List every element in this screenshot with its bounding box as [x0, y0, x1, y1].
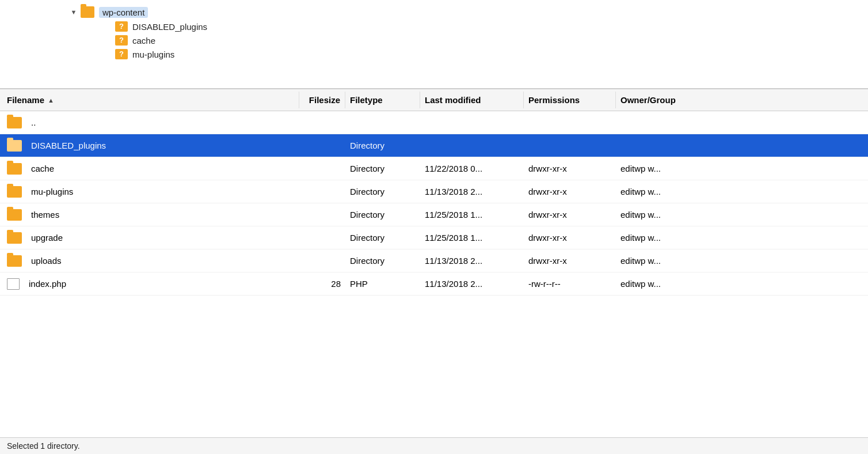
- row-name-6: uploads: [31, 256, 62, 266]
- file-list-header: Filename ▲ Filesize Filetype Last modifi…: [0, 89, 868, 111]
- row-filetype-2: Directory: [345, 160, 420, 177]
- tree-child-item-0[interactable]: ? DISABLED_plugins: [0, 20, 868, 33]
- file-panel: Filename ▲ Filesize Filetype Last modifi…: [0, 89, 868, 454]
- row-owner-3: editwp w...: [616, 183, 868, 200]
- row-filesize-3: [299, 188, 345, 195]
- row-permissions-7: -rw-r--r--: [524, 275, 616, 292]
- row-filename-2: cache: [0, 160, 299, 178]
- row-permissions-3: drwxr-xr-x: [524, 183, 616, 200]
- row-lastmod-2: 11/22/2018 0...: [420, 160, 524, 177]
- tree-arrow-icon: ▼: [69, 7, 78, 17]
- file-row-0[interactable]: ..: [0, 111, 868, 134]
- row-permissions-6: drwxr-xr-x: [524, 252, 616, 269]
- tree-question-icon-2: ?: [115, 49, 128, 59]
- status-text: Selected 1 directory.: [7, 441, 80, 451]
- tree-child-item-1[interactable]: ? cache: [0, 33, 868, 47]
- sort-arrow-icon: ▲: [48, 97, 54, 104]
- row-filesize-6: [299, 258, 345, 264]
- header-owner[interactable]: Owner/Group: [616, 92, 868, 108]
- row-name-1: DISABLED_plugins: [31, 141, 106, 150]
- row-permissions-5: drwxr-xr-x: [524, 229, 616, 246]
- tree-question-icon-0: ?: [115, 21, 128, 32]
- file-row-4[interactable]: themes Directory 11/25/2018 1... drwxr-x…: [0, 203, 868, 226]
- row-lastmod-5: 11/25/2018 1...: [420, 229, 524, 246]
- row-owner-4: editwp w...: [616, 206, 868, 223]
- row-filesize-0: [299, 119, 345, 126]
- row-name-4: themes: [31, 210, 59, 220]
- folder-icon: [7, 163, 22, 175]
- row-name-0: ..: [31, 118, 36, 127]
- row-owner-2: editwp w...: [616, 160, 868, 177]
- header-filesize[interactable]: Filesize: [299, 92, 345, 108]
- file-rows-container: .. DISABLED_plugins: [0, 111, 868, 437]
- row-filename-4: themes: [0, 206, 299, 224]
- row-filename-5: upgrade: [0, 229, 299, 247]
- header-filename[interactable]: Filename ▲: [0, 92, 299, 108]
- row-permissions-2: drwxr-xr-x: [524, 160, 616, 177]
- row-permissions-1: [524, 142, 616, 149]
- folder-icon: [7, 140, 22, 152]
- row-owner-0: [616, 119, 868, 126]
- row-filetype-3: Directory: [345, 183, 420, 200]
- status-bar: Selected 1 directory.: [0, 437, 868, 454]
- tree-question-icon-1: ?: [115, 35, 128, 46]
- row-filename-1: DISABLED_plugins: [0, 137, 299, 155]
- row-name-2: cache: [31, 164, 54, 173]
- row-filename-0: ..: [0, 114, 299, 132]
- row-filesize-5: [299, 234, 345, 241]
- file-row-5[interactable]: upgrade Directory 11/25/2018 1... drwxr-…: [0, 226, 868, 249]
- tree-child-item-2[interactable]: ? mu-plugins: [0, 47, 868, 61]
- row-filetype-5: Directory: [345, 229, 420, 246]
- row-permissions-4: drwxr-xr-x: [524, 206, 616, 223]
- tree-root-label: wp-content: [99, 7, 148, 18]
- file-icon: [7, 278, 20, 290]
- tree-child-label-1: cache: [132, 36, 155, 46]
- file-row-3[interactable]: mu-plugins Directory 11/13/2018 2... drw…: [0, 180, 868, 203]
- row-name-3: mu-plugins: [31, 187, 73, 196]
- row-filetype-1: Directory: [345, 137, 420, 154]
- row-lastmod-0: [420, 119, 524, 126]
- file-row-2[interactable]: cache Directory 11/22/2018 0... drwxr-xr…: [0, 157, 868, 180]
- row-owner-5: editwp w...: [616, 229, 868, 246]
- row-filesize-4: [299, 211, 345, 218]
- row-lastmod-1: [420, 142, 524, 149]
- row-filename-6: uploads: [0, 252, 299, 270]
- row-lastmod-6: 11/13/2018 2...: [420, 252, 524, 269]
- header-filetype[interactable]: Filetype: [345, 92, 420, 108]
- file-row-6[interactable]: uploads Directory 11/13/2018 2... drwxr-…: [0, 249, 868, 273]
- row-name-5: upgrade: [31, 233, 63, 243]
- tree-child-label-2: mu-plugins: [132, 50, 174, 59]
- row-filesize-2: [299, 165, 345, 172]
- folder-icon: [7, 255, 22, 267]
- tree-child-label-0: DISABLED_plugins: [132, 22, 207, 32]
- row-filetype-7: PHP: [345, 275, 420, 292]
- row-filename-3: mu-plugins: [0, 183, 299, 201]
- header-permissions[interactable]: Permissions: [524, 92, 616, 108]
- row-filename-7: index.php: [0, 275, 299, 293]
- row-filetype-6: Directory: [345, 252, 420, 269]
- tree-folder-icon: [81, 6, 94, 18]
- row-filesize-7: 28: [299, 275, 345, 292]
- row-filesize-1: [299, 142, 345, 149]
- folder-icon: [7, 186, 22, 198]
- tree-panel: ▼ wp-content ? DISABLED_plugins ? cache …: [0, 0, 868, 89]
- row-filetype-0: [345, 119, 420, 126]
- row-lastmod-4: 11/25/2018 1...: [420, 206, 524, 223]
- folder-icon: [7, 232, 22, 244]
- row-permissions-0: [524, 119, 616, 126]
- tree-root-item[interactable]: ▼ wp-content: [0, 5, 868, 20]
- header-lastmod[interactable]: Last modified: [420, 92, 524, 108]
- folder-icon: [7, 117, 22, 128]
- folder-icon: [7, 209, 22, 221]
- row-owner-6: editwp w...: [616, 252, 868, 269]
- row-name-7: index.php: [29, 279, 66, 289]
- file-row-1[interactable]: DISABLED_plugins Directory: [0, 134, 868, 157]
- file-row-7[interactable]: index.php 28 PHP 11/13/2018 2... -rw-r--…: [0, 273, 868, 296]
- row-owner-7: editwp w...: [616, 275, 868, 292]
- row-lastmod-7: 11/13/2018 2...: [420, 275, 524, 292]
- row-filetype-4: Directory: [345, 206, 420, 223]
- row-owner-1: [616, 142, 868, 149]
- row-lastmod-3: 11/13/2018 2...: [420, 183, 524, 200]
